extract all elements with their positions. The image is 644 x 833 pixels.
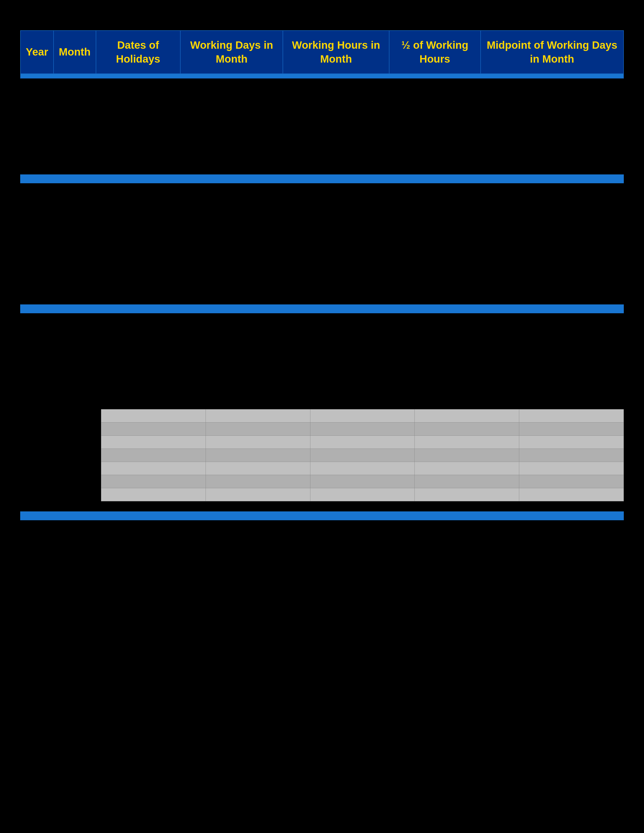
gray-table-cell bbox=[206, 409, 310, 423]
gray-table-cell bbox=[519, 436, 624, 449]
second-content-section bbox=[20, 193, 624, 294]
gray-table-cell bbox=[206, 462, 310, 475]
gray-table-row bbox=[101, 449, 624, 462]
second-blue-bar bbox=[20, 304, 624, 313]
gray-table-cell bbox=[101, 488, 206, 501]
gray-table-cell bbox=[519, 475, 624, 488]
col-midpoint: Midpoint of Working Days in Month bbox=[481, 31, 623, 74]
gray-table-cell bbox=[206, 449, 310, 462]
col-month: Month bbox=[53, 31, 96, 74]
gray-table-cell bbox=[310, 423, 415, 436]
gray-table-cell bbox=[206, 423, 310, 436]
gray-table-cell bbox=[415, 449, 519, 462]
gray-table-cell bbox=[310, 475, 415, 488]
gray-table-cell bbox=[415, 436, 519, 449]
gray-table-cell bbox=[519, 488, 624, 501]
gray-table-cell bbox=[415, 488, 519, 501]
header-row: Year Month Dates of Holidays Working Day… bbox=[21, 31, 623, 74]
gray-table-cell bbox=[415, 475, 519, 488]
col-dates-holidays: Dates of Holidays bbox=[96, 31, 180, 74]
gray-table-cell bbox=[310, 436, 415, 449]
gray-table-row bbox=[101, 409, 624, 423]
main-table: Year Month Dates of Holidays Working Day… bbox=[20, 30, 624, 79]
page-container: Year Month Dates of Holidays Working Day… bbox=[0, 0, 644, 833]
sub-header-row bbox=[21, 74, 623, 78]
gray-table-cell bbox=[415, 462, 519, 475]
gray-table-cell bbox=[519, 462, 624, 475]
gray-table-cell bbox=[519, 409, 624, 423]
gray-table-cell bbox=[101, 409, 206, 423]
gray-table-cell bbox=[101, 462, 206, 475]
gray-table-cell bbox=[310, 462, 415, 475]
gray-table-row bbox=[101, 436, 624, 449]
table-section: Year Month Dates of Holidays Working Day… bbox=[20, 30, 624, 79]
gray-table-cell bbox=[310, 409, 415, 423]
col-half-hours: ½ of Working Hours bbox=[389, 31, 481, 74]
gray-table-cell bbox=[519, 423, 624, 436]
first-blue-bar bbox=[20, 174, 624, 183]
gray-table-cell bbox=[206, 488, 310, 501]
gray-table-row bbox=[101, 423, 624, 436]
gray-table-cell bbox=[101, 449, 206, 462]
col-working-hours: Working Hours in Month bbox=[283, 31, 389, 74]
gray-table-cell bbox=[415, 409, 519, 423]
gray-table-cell bbox=[310, 488, 415, 501]
first-content-section bbox=[20, 94, 624, 164]
col-working-days: Working Days in Month bbox=[180, 31, 283, 74]
gray-table-cell bbox=[206, 475, 310, 488]
gray-table-cell bbox=[101, 436, 206, 449]
gray-table-row bbox=[101, 488, 624, 501]
gray-table-wrapper bbox=[101, 409, 624, 501]
third-content-section bbox=[20, 323, 624, 399]
gray-table-row bbox=[101, 462, 624, 475]
gray-table-row bbox=[101, 475, 624, 488]
gray-table-cell bbox=[101, 423, 206, 436]
gray-table-cell bbox=[415, 423, 519, 436]
gray-data-table bbox=[101, 409, 624, 501]
bottom-blue-bar bbox=[20, 511, 624, 520]
gray-table-cell bbox=[206, 436, 310, 449]
gray-table-cell bbox=[101, 475, 206, 488]
gray-table-cell bbox=[519, 449, 624, 462]
col-year: Year bbox=[21, 31, 53, 74]
gray-table-cell bbox=[310, 449, 415, 462]
